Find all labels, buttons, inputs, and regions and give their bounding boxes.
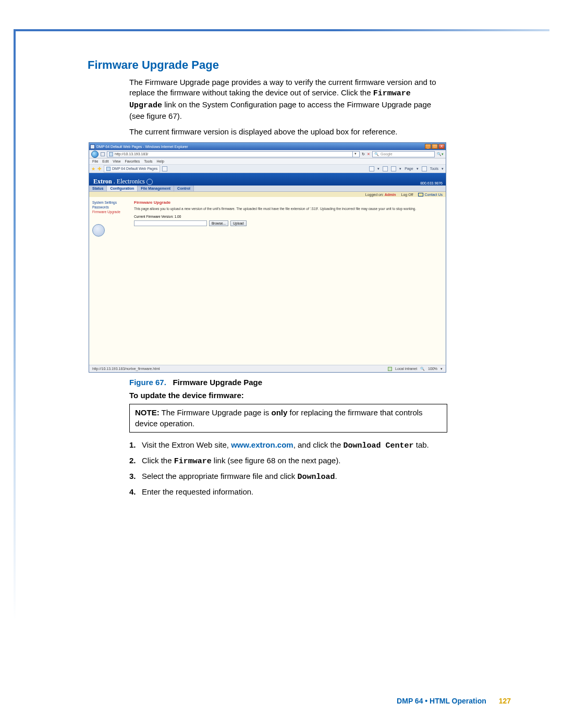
browser-screenshot: DMP 64 Default Web Pages - Windows Inter…	[89, 142, 446, 373]
intro-text-b: link on the System Configuration page to…	[129, 100, 431, 120]
extron-header: Extron . Electronics 800.633.9876	[89, 173, 446, 186]
tab-file-management[interactable]: File Management	[138, 186, 174, 191]
maximize-button[interactable]: □	[432, 144, 438, 149]
fw-upload-form: Browse... Upload	[134, 220, 440, 226]
figure-title: Firmware Upgrade Page	[173, 378, 262, 387]
fw-desc: This page allows you to upload a new ver…	[134, 207, 440, 211]
extron-link[interactable]: www.extron.com	[231, 440, 293, 449]
close-button[interactable]: X	[438, 144, 445, 149]
loggedon-user: Admin	[385, 193, 396, 196]
print-icon[interactable]	[391, 166, 396, 171]
note-box: NOTE: The Firmware Upgrade page is only …	[129, 404, 447, 433]
page-number: 127	[499, 697, 511, 705]
file-input[interactable]	[134, 220, 207, 226]
extron-tabs: Status Configuration File Management Con…	[89, 186, 446, 192]
zoom-icon[interactable]: 🔍	[420, 367, 425, 371]
note-text-a: The Firmware Upgrade page is	[160, 408, 272, 417]
tab-control[interactable]: Control	[174, 186, 194, 191]
ie-menubar: File Edit View Favorites Tools Help	[89, 158, 446, 165]
page-border-left	[14, 29, 16, 686]
tab-status[interactable]: Status	[89, 186, 107, 191]
feed-icon[interactable]	[383, 166, 388, 171]
back-button[interactable]	[91, 151, 99, 158]
sidebar-item-system[interactable]: System Settings	[92, 200, 129, 205]
url-dropdown-icon[interactable]: ▾	[352, 152, 358, 157]
ie-address-bar: http://10.13.193.183/ ▾ ↻ ✕ 🔍 Google 🔍▾	[89, 150, 446, 158]
tab-configuration[interactable]: Configuration	[107, 186, 138, 191]
favorites-icon[interactable]: ★	[91, 166, 95, 171]
download-code: Download	[297, 473, 335, 482]
menu-view[interactable]: View	[113, 159, 120, 163]
ie-window-title: DMP 64 Default Web Pages - Windows Inter…	[96, 145, 188, 149]
menu-favorites[interactable]: Favorites	[125, 159, 140, 163]
page-footer: DMP 64 • HTML Operation 127	[397, 697, 511, 705]
step-3: 3.Select the appropriate firmware file a…	[129, 470, 447, 484]
search-go-icon[interactable]: 🔍▾	[437, 152, 444, 156]
extron-logo: Extron . Electronics	[93, 178, 153, 186]
loggedon-text: Logged on:	[365, 193, 384, 196]
menu-file[interactable]: File	[92, 159, 98, 163]
brand-a: Extron	[93, 178, 112, 186]
footer-label: DMP 64 • HTML Operation	[397, 697, 486, 705]
browse-button[interactable]: Browse...	[209, 220, 228, 226]
figure-caption: Figure 67. Firmware Upgrade Page	[129, 378, 447, 387]
tools-menu[interactable]: Tools	[430, 167, 438, 170]
step-4: 4.Enter the requested information.	[129, 486, 447, 498]
browser-tab[interactable]: DMP 64 Default Web Pages	[104, 165, 160, 172]
extron-phone: 800.633.9876	[420, 181, 443, 186]
page-menu[interactable]: Page	[405, 167, 413, 170]
status-url: http://10.13.193.183/nortxe_firmware.htm…	[92, 367, 160, 371]
s3a: Select the appropriate firmware file and…	[142, 472, 297, 480]
tab-icon	[106, 167, 111, 171]
sidebar-item-passwords[interactable]: Passwords	[92, 205, 129, 209]
page-icon	[109, 152, 113, 156]
section-title: Firmware Upgrade Page	[88, 58, 458, 72]
page-border-top	[14, 29, 549, 31]
subheading: To update the device firmware:	[129, 391, 447, 400]
steps-list: 1.Visit the Extron Web site, www.extron.…	[129, 439, 447, 498]
search-hint: Google	[381, 152, 393, 156]
fw-title: Firmware Upgrade	[134, 200, 440, 205]
loggedon-label: Logged on: Admin	[365, 193, 396, 196]
ie-app-icon	[90, 144, 95, 149]
menu-help[interactable]: Help	[157, 159, 164, 163]
firmware-code: Firmware	[174, 457, 212, 466]
search-field[interactable]: 🔍 Google	[372, 151, 435, 157]
stop-icon[interactable]: ✕	[367, 152, 370, 156]
home-icon[interactable]	[369, 166, 374, 171]
zoom-value: 100%	[428, 367, 437, 371]
minimize-button[interactable]: _	[425, 144, 431, 149]
menu-edit[interactable]: Edit	[102, 159, 108, 163]
page-content: Firmware Upgrade Page The Firmware Upgra…	[88, 58, 458, 500]
menu-tools[interactable]: Tools	[144, 159, 152, 163]
new-tab-icon[interactable]	[162, 166, 167, 171]
s1c: tab.	[414, 440, 429, 449]
ie-titlebar: DMP 64 Default Web Pages - Windows Inter…	[89, 143, 446, 150]
ie-statusbar: http://10.13.193.183/nortxe_firmware.htm…	[89, 365, 446, 372]
add-favorite-icon[interactable]: ✚	[97, 166, 102, 171]
upload-button[interactable]: Upload	[230, 220, 247, 226]
fw-version: Current Firmware Version: 1.00	[134, 215, 440, 218]
s2b: link (see figure 68 on the next page).	[212, 456, 341, 465]
sidebar-item-firmware[interactable]: Firmware Upgrade	[92, 209, 129, 214]
swirl-icon	[146, 179, 153, 185]
url-field[interactable]: http://10.13.193.183/ ▾	[107, 151, 360, 157]
zoom-dd-icon[interactable]: ▾	[440, 367, 443, 371]
ie-window-controls: _ □ X	[425, 144, 445, 149]
s1a: Visit the Extron Web site,	[142, 440, 231, 449]
intro-paragraph-2: The current firmware version is displaye…	[129, 127, 447, 137]
figure-number: Figure 67.	[129, 378, 166, 387]
contact-us-link[interactable]: Contact Us	[418, 193, 443, 196]
mail-icon	[418, 193, 423, 196]
sidebar: System Settings Passwords Firmware Upgra…	[89, 197, 132, 365]
s4: Enter the requested information.	[142, 487, 253, 496]
note-bold: only	[272, 408, 288, 417]
note-label: NOTE:	[135, 408, 160, 417]
refresh-icon[interactable]: ↻	[362, 152, 365, 156]
nav-dropdown[interactable]	[101, 152, 105, 156]
tools-icon[interactable]	[422, 166, 427, 171]
contact-label: Contact Us	[424, 193, 443, 196]
logoff-link[interactable]: Log Off	[401, 193, 413, 196]
ie-tabbar: ★ ✚ DMP 64 Default Web Pages ▾ ▾ Page ▾ …	[89, 165, 446, 173]
extron-status-strip: Logged on: Admin Log Off Contact Us	[89, 192, 446, 197]
